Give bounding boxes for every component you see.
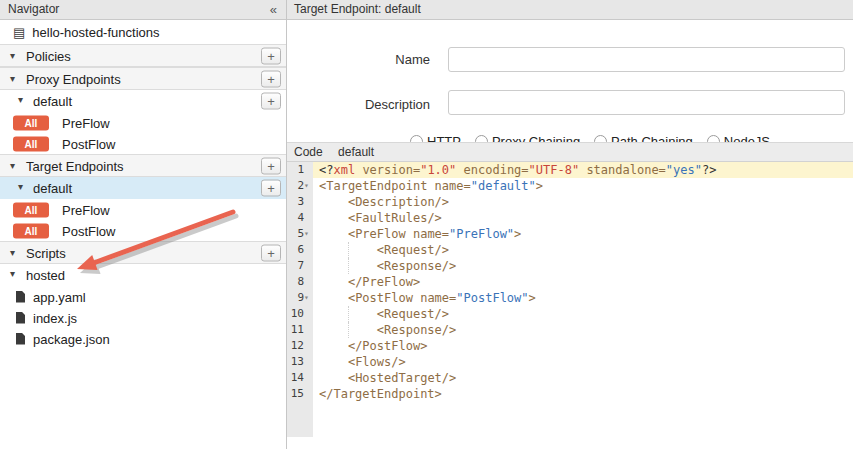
file-index-js[interactable]: index.js xyxy=(0,307,286,328)
description-label: Description xyxy=(287,97,430,112)
item-label: hello-hosted-functions xyxy=(32,25,159,40)
gutter-row: 4 xyxy=(287,210,313,226)
line-number: 15 xyxy=(291,387,304,400)
fold-icon[interactable]: ▾ xyxy=(304,227,313,241)
node-default[interactable]: ▾default+ xyxy=(0,177,286,199)
gutter-row: 9▾ xyxy=(287,290,313,306)
code-text-area[interactable]: <?xml version="1.0" encoding="UTF-8" sta… xyxy=(313,162,853,437)
gutter-row: 14 xyxy=(287,370,313,386)
file-icon xyxy=(16,312,25,324)
code-editor: 12▾345▾6789▾101112131415 <?xml version="… xyxy=(287,162,853,437)
add-target-endpoints-button[interactable]: + xyxy=(261,157,281,174)
file-package-json[interactable]: package.json xyxy=(0,328,286,349)
gutter-row: 8 xyxy=(287,274,313,290)
code-line: <TargetEndpoint name="default"> xyxy=(313,178,853,194)
code-line: </TargetEndpoint> xyxy=(313,386,853,402)
add-policies-button[interactable]: + xyxy=(261,47,281,64)
gutter-row: 15 xyxy=(287,386,313,402)
flow-preflow[interactable]: AllPreFlow xyxy=(0,112,286,133)
code-line: <Request/> xyxy=(313,242,853,258)
add-scripts-button[interactable]: + xyxy=(261,244,281,261)
gutter-row: 13 xyxy=(287,354,313,370)
list-icon: ▤ xyxy=(13,25,25,40)
navigator-header: Navigator « xyxy=(0,0,286,20)
line-number: 3 xyxy=(297,195,304,208)
item-label: PostFlow xyxy=(62,137,115,152)
item-label: PostFlow xyxy=(62,224,115,239)
code-line: <Request/> xyxy=(313,306,853,322)
item-label: Target Endpoints xyxy=(26,159,124,174)
flow-preflow[interactable]: AllPreFlow xyxy=(0,199,286,220)
line-number: 6 xyxy=(297,243,304,256)
caret-down-icon: ▾ xyxy=(10,241,15,262)
fold-icon[interactable]: ▾ xyxy=(304,179,313,193)
item-label: Scripts xyxy=(26,246,66,261)
app-window: Navigator « ▤hello-hosted-functions▾Poli… xyxy=(0,0,853,449)
line-number: 4 xyxy=(297,211,304,224)
section-target-endpoints[interactable]: ▾Target Endpoints+ xyxy=(0,154,286,177)
caret-down-icon: ▾ xyxy=(10,154,15,175)
line-number: 9 xyxy=(297,291,304,304)
flow-postflow[interactable]: AllPostFlow xyxy=(0,220,286,241)
line-number: 5 xyxy=(297,227,304,240)
fold-icon[interactable]: ▾ xyxy=(304,291,313,305)
add-default-button[interactable]: + xyxy=(261,180,281,197)
file-icon xyxy=(16,333,25,345)
section-proxy-endpoints[interactable]: ▾Proxy Endpoints+ xyxy=(0,67,286,90)
code-line: </PreFlow> xyxy=(313,274,853,290)
gutter-row: 10 xyxy=(287,306,313,322)
section-scripts[interactable]: ▾Scripts+ xyxy=(0,241,286,264)
line-number: 11 xyxy=(291,323,304,336)
item-label: PreFlow xyxy=(62,203,110,218)
code-tab-label: Code xyxy=(294,145,323,159)
line-number: 10 xyxy=(291,307,304,320)
file-icon xyxy=(16,291,25,303)
code-line: </PostFlow> xyxy=(313,338,853,354)
caret-down-icon: ▾ xyxy=(10,44,15,65)
line-number: 1 xyxy=(297,163,304,176)
caret-down-icon: ▾ xyxy=(18,176,23,198)
all-badge: All xyxy=(13,115,49,130)
gutter: 12▾345▾6789▾101112131415 xyxy=(287,162,313,437)
collapse-sidebar-button[interactable]: « xyxy=(270,0,277,19)
flow-postflow[interactable]: AllPostFlow xyxy=(0,133,286,154)
line-number: 8 xyxy=(297,275,304,288)
item-label: hosted xyxy=(26,268,65,283)
item-label: index.js xyxy=(33,311,77,326)
name-field[interactable] xyxy=(448,47,845,72)
code-line: <HostedTarget/> xyxy=(313,370,853,386)
caret-down-icon: ▾ xyxy=(18,89,23,111)
proxy-hello-hosted-functions[interactable]: ▤hello-hosted-functions xyxy=(0,20,286,44)
caret-down-icon: ▾ xyxy=(10,263,15,285)
gutter-row: 6 xyxy=(287,242,313,258)
folder-hosted[interactable]: ▾hosted xyxy=(0,264,286,286)
description-field[interactable] xyxy=(448,90,845,115)
node-default[interactable]: ▾default+ xyxy=(0,90,286,112)
item-label: app.yaml xyxy=(33,290,86,305)
indent-guide xyxy=(348,258,349,274)
item-label: default xyxy=(33,181,72,196)
add-default-button[interactable]: + xyxy=(261,93,281,110)
add-proxy-endpoints-button[interactable]: + xyxy=(261,70,281,87)
endpoint-title: Target Endpoint: default xyxy=(294,2,421,16)
section-policies[interactable]: ▾Policies+ xyxy=(0,44,286,67)
indent-guide xyxy=(348,242,349,258)
code-line: <Response/> xyxy=(313,322,853,338)
code-header: Code default xyxy=(287,142,853,162)
item-label: Proxy Endpoints xyxy=(26,72,121,87)
all-badge: All xyxy=(13,202,49,217)
endpoint-form: HTTPProxy ChainingPath ChainingNodeJS Na… xyxy=(287,20,853,142)
code-line: <Response/> xyxy=(313,258,853,274)
navigator-title: Navigator xyxy=(8,2,59,16)
file-app-yaml[interactable]: app.yaml xyxy=(0,286,286,307)
gutter-row: 2▾ xyxy=(287,178,313,194)
gutter-row: 1 xyxy=(287,162,313,178)
item-label: PreFlow xyxy=(62,116,110,131)
code-line: <Description/> xyxy=(313,194,853,210)
all-badge: All xyxy=(13,136,49,151)
line-number: 7 xyxy=(297,259,304,272)
gutter-row: 11 xyxy=(287,322,313,338)
code-line: <PostFlow name="PostFlow"> xyxy=(313,290,853,306)
code-line: <FaultRules/> xyxy=(313,210,853,226)
code-line: <?xml version="1.0" encoding="UTF-8" sta… xyxy=(313,162,853,178)
